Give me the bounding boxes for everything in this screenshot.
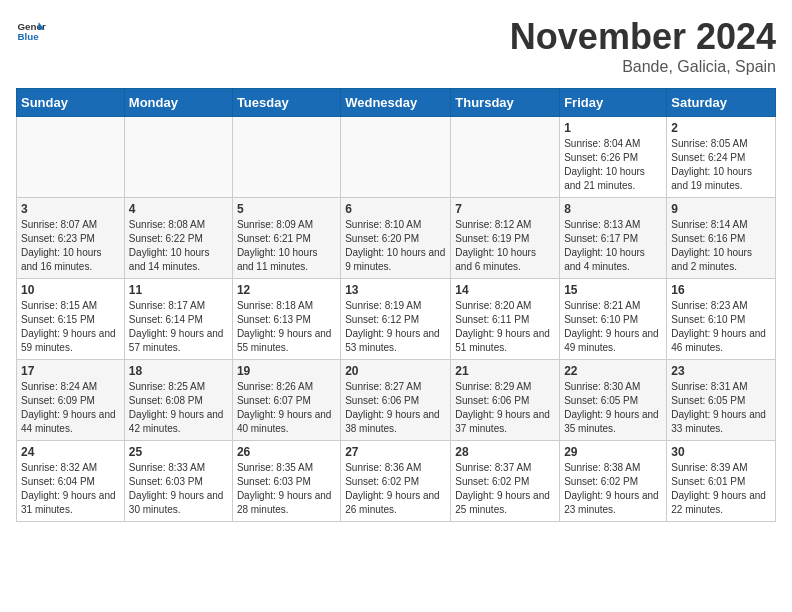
calendar-cell [124,117,232,198]
day-info: Sunrise: 8:31 AM Sunset: 6:05 PM Dayligh… [671,380,771,436]
day-info: Sunrise: 8:38 AM Sunset: 6:02 PM Dayligh… [564,461,662,517]
day-info: Sunrise: 8:08 AM Sunset: 6:22 PM Dayligh… [129,218,228,274]
day-info: Sunrise: 8:18 AM Sunset: 6:13 PM Dayligh… [237,299,336,355]
day-info: Sunrise: 8:10 AM Sunset: 6:20 PM Dayligh… [345,218,446,274]
calendar-cell: 7Sunrise: 8:12 AM Sunset: 6:19 PM Daylig… [451,198,560,279]
day-info: Sunrise: 8:35 AM Sunset: 6:03 PM Dayligh… [237,461,336,517]
day-info: Sunrise: 8:23 AM Sunset: 6:10 PM Dayligh… [671,299,771,355]
weekday-saturday: Saturday [667,89,776,117]
day-info: Sunrise: 8:17 AM Sunset: 6:14 PM Dayligh… [129,299,228,355]
calendar-cell [232,117,340,198]
calendar-cell: 18Sunrise: 8:25 AM Sunset: 6:08 PM Dayli… [124,360,232,441]
day-info: Sunrise: 8:37 AM Sunset: 6:02 PM Dayligh… [455,461,555,517]
day-info: Sunrise: 8:24 AM Sunset: 6:09 PM Dayligh… [21,380,120,436]
day-number: 18 [129,364,228,378]
day-number: 17 [21,364,120,378]
calendar-cell: 2Sunrise: 8:05 AM Sunset: 6:24 PM Daylig… [667,117,776,198]
day-info: Sunrise: 8:12 AM Sunset: 6:19 PM Dayligh… [455,218,555,274]
day-number: 3 [21,202,120,216]
day-info: Sunrise: 8:27 AM Sunset: 6:06 PM Dayligh… [345,380,446,436]
title-section: November 2024 Bande, Galicia, Spain [510,16,776,76]
calendar-cell: 29Sunrise: 8:38 AM Sunset: 6:02 PM Dayli… [560,441,667,522]
day-info: Sunrise: 8:14 AM Sunset: 6:16 PM Dayligh… [671,218,771,274]
day-number: 28 [455,445,555,459]
day-info: Sunrise: 8:32 AM Sunset: 6:04 PM Dayligh… [21,461,120,517]
calendar-cell: 8Sunrise: 8:13 AM Sunset: 6:17 PM Daylig… [560,198,667,279]
day-number: 6 [345,202,446,216]
day-info: Sunrise: 8:13 AM Sunset: 6:17 PM Dayligh… [564,218,662,274]
day-number: 25 [129,445,228,459]
day-number: 5 [237,202,336,216]
calendar-cell: 26Sunrise: 8:35 AM Sunset: 6:03 PM Dayli… [232,441,340,522]
calendar-cell: 9Sunrise: 8:14 AM Sunset: 6:16 PM Daylig… [667,198,776,279]
calendar-cell: 11Sunrise: 8:17 AM Sunset: 6:14 PM Dayli… [124,279,232,360]
calendar-cell: 13Sunrise: 8:19 AM Sunset: 6:12 PM Dayli… [341,279,451,360]
logo-icon: General Blue [16,16,46,46]
weekday-monday: Monday [124,89,232,117]
day-info: Sunrise: 8:30 AM Sunset: 6:05 PM Dayligh… [564,380,662,436]
day-info: Sunrise: 8:29 AM Sunset: 6:06 PM Dayligh… [455,380,555,436]
calendar-cell: 6Sunrise: 8:10 AM Sunset: 6:20 PM Daylig… [341,198,451,279]
day-number: 29 [564,445,662,459]
svg-text:Blue: Blue [18,31,40,42]
weekday-sunday: Sunday [17,89,125,117]
day-info: Sunrise: 8:25 AM Sunset: 6:08 PM Dayligh… [129,380,228,436]
calendar-cell: 10Sunrise: 8:15 AM Sunset: 6:15 PM Dayli… [17,279,125,360]
calendar-table: SundayMondayTuesdayWednesdayThursdayFrid… [16,88,776,522]
calendar-week-3: 10Sunrise: 8:15 AM Sunset: 6:15 PM Dayli… [17,279,776,360]
calendar-cell: 24Sunrise: 8:32 AM Sunset: 6:04 PM Dayli… [17,441,125,522]
calendar-week-5: 24Sunrise: 8:32 AM Sunset: 6:04 PM Dayli… [17,441,776,522]
day-number: 4 [129,202,228,216]
day-number: 20 [345,364,446,378]
calendar-cell: 20Sunrise: 8:27 AM Sunset: 6:06 PM Dayli… [341,360,451,441]
day-info: Sunrise: 8:39 AM Sunset: 6:01 PM Dayligh… [671,461,771,517]
day-number: 12 [237,283,336,297]
day-number: 7 [455,202,555,216]
calendar-cell: 22Sunrise: 8:30 AM Sunset: 6:05 PM Dayli… [560,360,667,441]
weekday-header-row: SundayMondayTuesdayWednesdayThursdayFrid… [17,89,776,117]
day-info: Sunrise: 8:05 AM Sunset: 6:24 PM Dayligh… [671,137,771,193]
location-title: Bande, Galicia, Spain [510,58,776,76]
day-number: 23 [671,364,771,378]
day-number: 26 [237,445,336,459]
day-number: 30 [671,445,771,459]
weekday-thursday: Thursday [451,89,560,117]
day-number: 8 [564,202,662,216]
calendar-cell: 30Sunrise: 8:39 AM Sunset: 6:01 PM Dayli… [667,441,776,522]
calendar-cell: 28Sunrise: 8:37 AM Sunset: 6:02 PM Dayli… [451,441,560,522]
day-number: 14 [455,283,555,297]
calendar-cell: 1Sunrise: 8:04 AM Sunset: 6:26 PM Daylig… [560,117,667,198]
calendar-cell [17,117,125,198]
day-info: Sunrise: 8:07 AM Sunset: 6:23 PM Dayligh… [21,218,120,274]
calendar-cell [451,117,560,198]
day-number: 2 [671,121,771,135]
calendar-cell: 17Sunrise: 8:24 AM Sunset: 6:09 PM Dayli… [17,360,125,441]
calendar-cell: 16Sunrise: 8:23 AM Sunset: 6:10 PM Dayli… [667,279,776,360]
day-info: Sunrise: 8:04 AM Sunset: 6:26 PM Dayligh… [564,137,662,193]
day-number: 24 [21,445,120,459]
calendar-cell: 15Sunrise: 8:21 AM Sunset: 6:10 PM Dayli… [560,279,667,360]
calendar-cell: 12Sunrise: 8:18 AM Sunset: 6:13 PM Dayli… [232,279,340,360]
day-info: Sunrise: 8:15 AM Sunset: 6:15 PM Dayligh… [21,299,120,355]
weekday-tuesday: Tuesday [232,89,340,117]
calendar-cell: 3Sunrise: 8:07 AM Sunset: 6:23 PM Daylig… [17,198,125,279]
calendar-cell: 25Sunrise: 8:33 AM Sunset: 6:03 PM Dayli… [124,441,232,522]
calendar-body: 1Sunrise: 8:04 AM Sunset: 6:26 PM Daylig… [17,117,776,522]
day-number: 13 [345,283,446,297]
calendar-cell: 19Sunrise: 8:26 AM Sunset: 6:07 PM Dayli… [232,360,340,441]
day-info: Sunrise: 8:09 AM Sunset: 6:21 PM Dayligh… [237,218,336,274]
calendar-cell: 4Sunrise: 8:08 AM Sunset: 6:22 PM Daylig… [124,198,232,279]
day-number: 1 [564,121,662,135]
calendar-cell: 27Sunrise: 8:36 AM Sunset: 6:02 PM Dayli… [341,441,451,522]
day-info: Sunrise: 8:21 AM Sunset: 6:10 PM Dayligh… [564,299,662,355]
day-number: 16 [671,283,771,297]
day-info: Sunrise: 8:19 AM Sunset: 6:12 PM Dayligh… [345,299,446,355]
day-number: 15 [564,283,662,297]
calendar-cell: 5Sunrise: 8:09 AM Sunset: 6:21 PM Daylig… [232,198,340,279]
svg-text:General: General [18,21,47,32]
calendar-header: SundayMondayTuesdayWednesdayThursdayFrid… [17,89,776,117]
calendar-cell: 14Sunrise: 8:20 AM Sunset: 6:11 PM Dayli… [451,279,560,360]
day-info: Sunrise: 8:26 AM Sunset: 6:07 PM Dayligh… [237,380,336,436]
day-info: Sunrise: 8:33 AM Sunset: 6:03 PM Dayligh… [129,461,228,517]
calendar-week-4: 17Sunrise: 8:24 AM Sunset: 6:09 PM Dayli… [17,360,776,441]
